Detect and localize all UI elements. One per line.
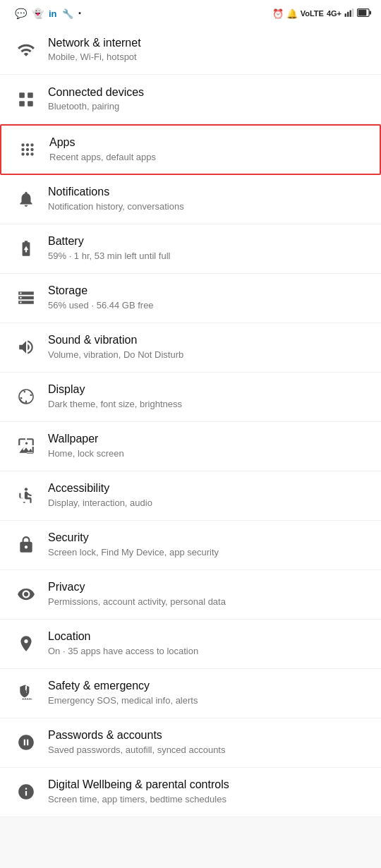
svg-rect-1 bbox=[347, 11, 349, 16]
settings-item-privacy[interactable]: Privacy Permissions, account activity, p… bbox=[0, 570, 381, 620]
settings-item-text-display: Display Dark theme, font size, brightnes… bbox=[48, 382, 370, 411]
settings-item-passwords[interactable]: Passwords & accounts Saved passwords, au… bbox=[0, 718, 381, 768]
settings-item-text-apps: Apps Recent apps, default apps bbox=[49, 135, 368, 164]
settings-item-text-safety: Safety & emergency Emergency SOS, medica… bbox=[48, 679, 370, 707]
tools-icon: 🔧 bbox=[62, 8, 73, 19]
settings-item-apps[interactable]: Apps Recent apps, default apps bbox=[0, 124, 381, 175]
settings-item-notifications[interactable]: Notifications Notification history, conv… bbox=[0, 175, 381, 224]
settings-item-subtitle-battery: 59% · 1 hr, 53 min left until full bbox=[48, 250, 370, 263]
settings-item-network[interactable]: Network & internet Mobile, Wi-Fi, hotspo… bbox=[0, 25, 381, 75]
sound-icon bbox=[11, 338, 41, 356]
voip-icon: VoLTE bbox=[301, 9, 324, 18]
settings-item-accessibility[interactable]: Accessibility Display, interaction, audi… bbox=[0, 471, 381, 521]
svg-rect-3 bbox=[352, 8, 353, 17]
svg-point-12 bbox=[26, 143, 29, 146]
settings-item-subtitle-wallpaper: Home, lock screen bbox=[48, 447, 370, 460]
settings-item-text-sound: Sound & vibration Volume, vibration, Do … bbox=[48, 333, 370, 361]
safety-icon bbox=[11, 684, 41, 702]
settings-item-title-security: Security bbox=[48, 531, 370, 545]
network-icon: 4G+ bbox=[327, 9, 341, 18]
whatsapp-icon: 💬 bbox=[15, 8, 27, 19]
settings-item-wallpaper[interactable]: Wallpaper Home, lock screen bbox=[0, 422, 381, 471]
settings-item-subtitle-apps: Recent apps, default apps bbox=[49, 151, 368, 164]
alarm-icon: ⏰ bbox=[272, 8, 284, 19]
settings-item-subtitle-notifications: Notification history, conversations bbox=[48, 200, 370, 213]
svg-point-20 bbox=[25, 488, 28, 491]
settings-item-safety[interactable]: Safety & emergency Emergency SOS, medica… bbox=[0, 669, 381, 718]
settings-item-display[interactable]: Display Dark theme, font size, brightnes… bbox=[0, 373, 381, 422]
settings-item-subtitle-network: Mobile, Wi-Fi, hotspot bbox=[48, 51, 370, 64]
volume-icon: 🔔 bbox=[286, 8, 298, 19]
battery-icon bbox=[11, 239, 41, 258]
svg-rect-6 bbox=[370, 11, 372, 14]
status-bar: 💬 👻 in 🔧 · ⏰ 🔔 VoLTE 4G+ bbox=[0, 0, 381, 25]
settings-item-text-privacy: Privacy Permissions, account activity, p… bbox=[48, 580, 370, 608]
privacy-icon bbox=[11, 585, 41, 603]
status-right-icons: ⏰ 🔔 VoLTE 4G+ bbox=[272, 8, 371, 20]
settings-item-text-wellbeing: Digital Wellbeing & parental controls Sc… bbox=[48, 778, 370, 806]
passwords-icon bbox=[11, 733, 41, 752]
settings-item-location[interactable]: Location On · 35 apps have access to loc… bbox=[0, 620, 381, 669]
svg-point-16 bbox=[30, 148, 33, 151]
settings-item-subtitle-storage: 56% used · 56.44 GB free bbox=[48, 299, 370, 312]
security-icon bbox=[11, 536, 41, 554]
status-time-area: 💬 👻 in 🔧 · bbox=[10, 6, 82, 21]
settings-item-title-wellbeing: Digital Wellbeing & parental controls bbox=[48, 778, 370, 792]
settings-item-title-battery: Battery bbox=[48, 234, 370, 249]
settings-item-subtitle-safety: Emergency SOS, medical info, alerts bbox=[48, 694, 370, 707]
settings-item-text-wallpaper: Wallpaper Home, lock screen bbox=[48, 432, 370, 460]
settings-item-text-battery: Battery 59% · 1 hr, 53 min left until fu… bbox=[48, 234, 370, 263]
settings-item-subtitle-display: Dark theme, font size, brightness bbox=[48, 398, 370, 411]
settings-item-subtitle-sound: Volume, vibration, Do Not Disturb bbox=[48, 349, 370, 361]
settings-item-subtitle-passwords: Saved passwords, autofill, synced accoun… bbox=[48, 744, 370, 757]
display-icon bbox=[11, 387, 41, 406]
svg-point-19 bbox=[30, 152, 33, 155]
svg-point-17 bbox=[21, 152, 24, 155]
settings-item-text-security: Security Screen lock, Find My Device, ap… bbox=[48, 531, 370, 559]
settings-item-battery[interactable]: Battery 59% · 1 hr, 53 min left until fu… bbox=[0, 224, 381, 274]
settings-item-subtitle-location: On · 35 apps have access to location bbox=[48, 645, 370, 658]
settings-item-storage[interactable]: Storage 56% used · 56.44 GB free bbox=[0, 274, 381, 323]
svg-rect-8 bbox=[28, 92, 33, 98]
settings-item-subtitle-wellbeing: Screen time, app timers, bedtime schedul… bbox=[48, 793, 370, 806]
svg-point-13 bbox=[30, 143, 33, 146]
svg-rect-0 bbox=[345, 13, 346, 17]
settings-item-title-connected: Connected devices bbox=[48, 85, 370, 100]
settings-item-text-network: Network & internet Mobile, Wi-Fi, hotspo… bbox=[48, 36, 370, 64]
settings-item-security[interactable]: Security Screen lock, Find My Device, ap… bbox=[0, 521, 381, 570]
settings-item-title-display: Display bbox=[48, 382, 370, 397]
settings-item-title-notifications: Notifications bbox=[48, 185, 370, 200]
settings-item-title-wallpaper: Wallpaper bbox=[48, 432, 370, 447]
settings-item-subtitle-security: Screen lock, Find My Device, app securit… bbox=[48, 546, 370, 559]
settings-item-title-privacy: Privacy bbox=[48, 580, 370, 595]
settings-item-title-network: Network & internet bbox=[48, 36, 370, 51]
settings-list: Network & internet Mobile, Wi-Fi, hotspo… bbox=[0, 25, 381, 817]
dot-icon: · bbox=[78, 6, 82, 21]
connected-icon bbox=[11, 90, 41, 109]
apps-icon bbox=[13, 140, 42, 159]
svg-point-18 bbox=[26, 152, 29, 155]
snapchat-icon: 👻 bbox=[32, 8, 44, 19]
settings-item-title-location: Location bbox=[48, 629, 370, 644]
settings-item-title-sound: Sound & vibration bbox=[48, 333, 370, 348]
battery-icon bbox=[357, 8, 371, 19]
settings-item-title-accessibility: Accessibility bbox=[48, 481, 370, 496]
wifi-icon bbox=[11, 41, 41, 59]
settings-item-title-passwords: Passwords & accounts bbox=[48, 728, 370, 743]
linkedin-icon: in bbox=[49, 8, 57, 19]
settings-item-connected[interactable]: Connected devices Bluetooth, pairing bbox=[0, 75, 381, 124]
settings-item-text-notifications: Notifications Notification history, conv… bbox=[48, 185, 370, 213]
settings-item-subtitle-privacy: Permissions, account activity, personal … bbox=[48, 596, 370, 608]
settings-item-sound[interactable]: Sound & vibration Volume, vibration, Do … bbox=[0, 323, 381, 373]
settings-item-wellbeing[interactable]: Digital Wellbeing & parental controls Sc… bbox=[0, 768, 381, 817]
svg-rect-2 bbox=[350, 10, 351, 16]
settings-item-text-connected: Connected devices Bluetooth, pairing bbox=[48, 85, 370, 114]
settings-item-title-safety: Safety & emergency bbox=[48, 679, 370, 694]
wellbeing-icon bbox=[11, 783, 41, 801]
signal-icon bbox=[344, 8, 354, 20]
settings-item-title-apps: Apps bbox=[49, 135, 368, 150]
settings-item-text-passwords: Passwords & accounts Saved passwords, au… bbox=[48, 728, 370, 757]
settings-item-text-accessibility: Accessibility Display, interaction, audi… bbox=[48, 481, 370, 510]
wallpaper-icon bbox=[11, 437, 41, 455]
location-icon bbox=[11, 634, 41, 653]
